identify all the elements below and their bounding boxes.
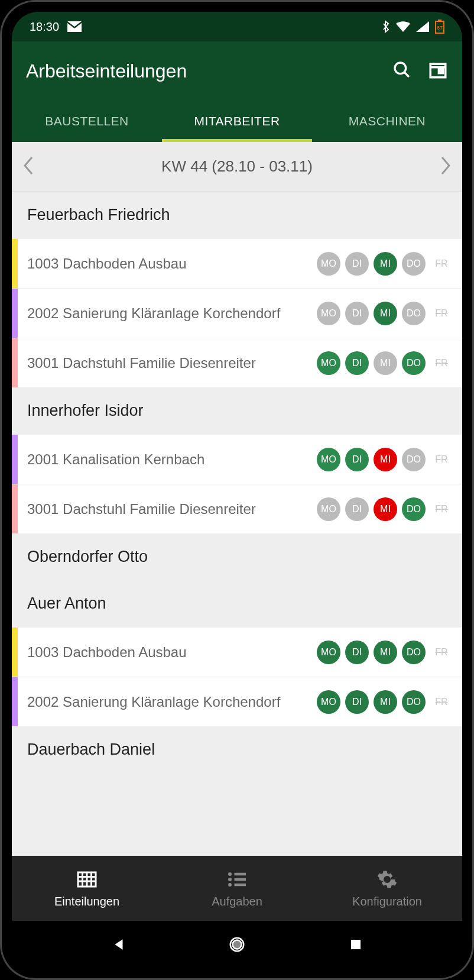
day-di[interactable]: DI — [345, 302, 369, 325]
day-do[interactable]: DO — [402, 351, 426, 375]
tab-baustellen[interactable]: BAUSTELLEN — [12, 101, 162, 142]
week-navigator: KW 44 (28.10 - 03.11) — [12, 142, 462, 192]
day-fr: FR — [430, 252, 453, 276]
day-mi[interactable]: MI — [374, 448, 397, 471]
day-fr: FR — [430, 497, 453, 521]
tabs: BAUSTELLEN MITARBEITER MASCHINEN — [12, 101, 462, 142]
color-bar — [12, 484, 18, 533]
tab-maschinen[interactable]: MASCHINEN — [312, 101, 462, 142]
svg-point-14 — [228, 872, 232, 876]
mail-icon — [67, 21, 82, 32]
svg-rect-15 — [235, 872, 246, 875]
day-mo[interactable]: MO — [317, 351, 340, 375]
prev-week-button[interactable] — [22, 156, 34, 178]
bottom-nav: Einteilungen Aufgaben Konfiguration — [12, 856, 462, 921]
day-mi[interactable]: MI — [374, 302, 397, 325]
day-badges: MO DI MI DO FR — [317, 497, 453, 521]
nav-konfiguration[interactable]: Konfiguration — [312, 856, 462, 921]
svg-point-16 — [228, 878, 232, 881]
assignment-row[interactable]: 2001 Kanalisation Kernbach MO DI MI DO F… — [12, 434, 462, 484]
day-di[interactable]: DI — [345, 351, 369, 375]
color-bar — [12, 435, 18, 484]
day-mi[interactable]: MI — [374, 252, 397, 276]
content-list[interactable]: Feuerbach Friedrich 1003 Dachboden Ausba… — [12, 192, 462, 856]
employee-header: Auer Anton — [12, 580, 462, 627]
assignment-row[interactable]: 1003 Dachboden Ausbau MO DI MI DO FR — [12, 627, 462, 677]
status-bar: 18:30 67 — [12, 12, 462, 41]
color-bar — [12, 677, 18, 726]
app-bar: Arbeitseinteilungen — [12, 41, 462, 101]
home-button[interactable] — [225, 933, 249, 956]
day-do[interactable]: DO — [402, 302, 426, 325]
day-mi[interactable]: MI — [374, 641, 397, 664]
day-mo[interactable]: MO — [317, 448, 340, 471]
nav-label: Einteilungen — [54, 895, 119, 908]
assignment-name: 1003 Dachboden Ausbau — [18, 254, 317, 273]
day-fr: FR — [430, 302, 453, 325]
svg-rect-17 — [235, 878, 246, 881]
day-mi[interactable]: MI — [374, 497, 397, 521]
day-mo[interactable]: MO — [317, 690, 340, 714]
day-fr: FR — [430, 641, 453, 664]
day-badges: MO DI MI DO FR — [317, 351, 453, 375]
calendar-icon[interactable] — [428, 60, 448, 82]
assignment-row[interactable]: 1003 Dachboden Ausbau MO DI MI DO FR — [12, 238, 462, 288]
nav-label: Aufgaben — [212, 895, 262, 908]
day-di[interactable]: DI — [345, 252, 369, 276]
signal-icon — [416, 21, 429, 32]
day-mo[interactable]: MO — [317, 302, 340, 325]
day-mi[interactable]: MI — [374, 690, 397, 714]
day-do[interactable]: DO — [402, 690, 426, 714]
assignment-row[interactable]: 2002 Sanierung Kläranlage Korchendorf MO… — [12, 288, 462, 338]
svg-point-18 — [228, 883, 232, 887]
back-button[interactable] — [107, 933, 131, 956]
day-badges: MO DI MI DO FR — [317, 302, 453, 325]
nav-einteilungen[interactable]: Einteilungen — [12, 856, 162, 921]
wifi-icon — [396, 21, 410, 32]
svg-rect-6 — [439, 69, 443, 73]
day-fr: FR — [430, 448, 453, 471]
day-do[interactable]: DO — [402, 448, 426, 471]
day-badges: MO DI MI DO FR — [317, 448, 453, 471]
day-di[interactable]: DI — [345, 641, 369, 664]
nav-aufgaben[interactable]: Aufgaben — [162, 856, 312, 921]
assignment-name: 3001 Dachstuhl Familie Diesenreiter — [18, 354, 317, 372]
day-do[interactable]: DO — [402, 641, 426, 664]
bluetooth-icon — [382, 20, 390, 33]
day-mo[interactable]: MO — [317, 497, 340, 521]
battery-icon: 67 — [435, 20, 444, 34]
status-time: 18:30 — [30, 20, 59, 34]
day-mo[interactable]: MO — [317, 641, 340, 664]
svg-point-3 — [395, 63, 406, 74]
next-week-button[interactable] — [440, 156, 452, 178]
employee-header: Oberndorfer Otto — [12, 533, 462, 580]
recents-button[interactable] — [344, 933, 368, 956]
tab-mitarbeiter[interactable]: MITARBEITER — [162, 101, 312, 142]
color-bar — [12, 289, 18, 338]
gear-icon — [376, 869, 398, 890]
screen: 18:30 67 Arbeitseinteilungen BAUSTELLEN … — [12, 12, 462, 968]
search-icon[interactable] — [392, 60, 411, 82]
day-fr: FR — [430, 351, 453, 375]
day-mo[interactable]: MO — [317, 252, 340, 276]
day-di[interactable]: DI — [345, 497, 369, 521]
employee-header: Dauerbach Daniel — [12, 726, 462, 773]
day-do[interactable]: DO — [402, 497, 426, 521]
day-fr: FR — [430, 690, 453, 714]
assignment-name: 2002 Sanierung Kläranlage Korchendorf — [18, 693, 317, 711]
assignment-name: 2002 Sanierung Kläranlage Korchendorf — [18, 304, 317, 322]
day-di[interactable]: DI — [345, 690, 369, 714]
assignment-row[interactable]: 2002 Sanierung Kläranlage Korchendorf MO… — [12, 677, 462, 726]
day-badges: MO DI MI DO FR — [317, 641, 453, 664]
assignment-row[interactable]: 3001 Dachstuhl Familie Diesenreiter MO D… — [12, 484, 462, 533]
assignment-row[interactable]: 3001 Dachstuhl Familie Diesenreiter MO D… — [12, 338, 462, 387]
day-di[interactable]: DI — [345, 448, 369, 471]
system-nav — [12, 921, 462, 968]
color-bar — [12, 338, 18, 387]
svg-line-4 — [404, 72, 409, 77]
employee-header: Innerhofer Isidor — [12, 387, 462, 434]
assignment-name: 1003 Dachboden Ausbau — [18, 643, 317, 661]
day-do[interactable]: DO — [402, 252, 426, 276]
day-badges: MO DI MI DO FR — [317, 252, 453, 276]
day-mi[interactable]: MI — [374, 351, 397, 375]
